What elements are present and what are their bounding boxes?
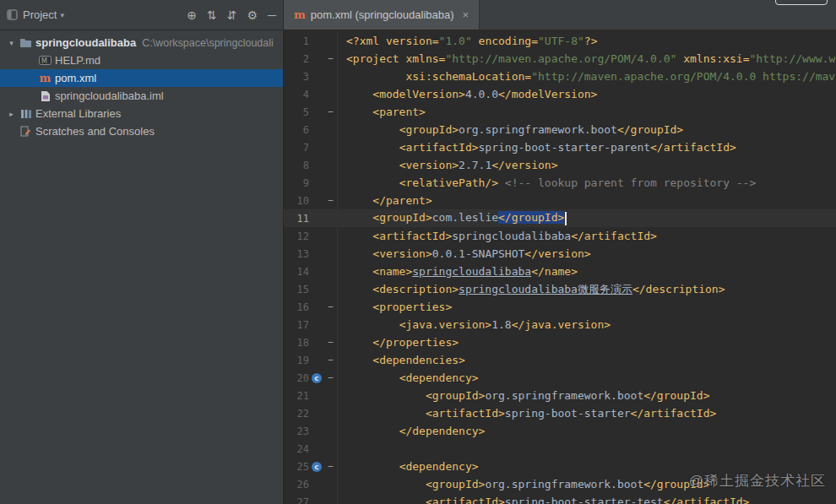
collapse-all-icon[interactable]: ⇅: [207, 8, 217, 22]
tree-chevron-icon[interactable]: ▸: [5, 110, 18, 118]
editor-line-6[interactable]: 6 <groupId>org.springframework.boot</gro…: [284, 121, 836, 138]
editor-line-3[interactable]: 3 xsi:schemaLocation="http://maven.apach…: [284, 68, 836, 85]
code-text: <version>2.7.1</version>: [346, 159, 558, 171]
editor-line-2[interactable]: 2−<project xmlns="http://maven.apache.or…: [284, 50, 836, 68]
editor[interactable]: 1<?xml version="1.0" encoding="UTF-8"?>2…: [284, 30, 836, 504]
settings-gear-icon[interactable]: ⚙: [247, 8, 258, 22]
editor-line-8[interactable]: 8 <version>2.7.1</version>: [284, 156, 836, 174]
editor-line-13[interactable]: 13 <version>0.0.1-SNAPSHOT</version>: [284, 245, 836, 263]
editor-line-15[interactable]: 15 <description>springcloudalibaba微服务演示<…: [284, 280, 836, 298]
line-number: 2: [284, 53, 309, 65]
code-segment: [676, 52, 683, 65]
code-segment: [346, 106, 372, 118]
tree-item-label: Scratches and Consoles: [35, 125, 155, 138]
editor-line-12[interactable]: 12 <artifactId>springcloudalibaba</artif…: [284, 227, 836, 245]
code-segment: [346, 354, 372, 366]
editor-line-23[interactable]: 23 </dependency>: [284, 422, 836, 440]
locate-file-icon[interactable]: ⊕: [187, 8, 197, 22]
code-segment: [346, 159, 399, 171]
tool-window-icon[interactable]: [7, 9, 18, 20]
editor-line-20[interactable]: 20c− <dependency>: [284, 369, 836, 387]
tree-item-label: springcloudalibaba: [35, 36, 136, 49]
maven-dependency-icon[interactable]: c: [312, 373, 322, 383]
tree-item-pom-xml[interactable]: mpom.xml: [0, 69, 283, 87]
maven-dependency-icon[interactable]: c: [312, 462, 322, 472]
editor-line-18[interactable]: 18− </properties>: [284, 333, 836, 351]
project-panel-header: Project ▾ ⊕⇅⇵⚙─: [0, 0, 284, 30]
code-segment: [346, 425, 399, 437]
panel-toolbar: ⊕⇅⇵⚙─: [187, 8, 276, 22]
line-number: 10: [284, 195, 309, 207]
editor-line-7[interactable]: 7 <artifactId>spring-boot-starter-parent…: [284, 138, 836, 156]
code-text: <dependency>: [346, 460, 479, 473]
fold-marker-spacer: [324, 121, 338, 138]
editor-line-16[interactable]: 16− <properties>: [284, 298, 836, 316]
code-text: <groupId>org.springframework.boot</group…: [346, 123, 683, 136]
code-segment: "http://www.w: [749, 52, 835, 65]
fold-marker-icon[interactable]: −: [324, 458, 338, 475]
code-segment: <groupId>: [399, 123, 459, 136]
code-segment: ?>: [584, 35, 598, 47]
code-segment: [346, 407, 426, 420]
line-number: 25: [284, 461, 309, 473]
tree-item-springcloudalibaba-iml[interactable]: springcloudalibaba.iml: [0, 87, 283, 105]
editor-line-4[interactable]: 4 <modelVersion>4.0.0</modelVersion>: [284, 85, 836, 103]
code-segment: </artifactId>: [664, 496, 750, 504]
code-segment: <modelVersion>: [372, 88, 465, 100]
code-segment: "UTF-8": [538, 35, 584, 47]
fold-marker-spacer: [324, 85, 338, 103]
code-text: <java.version>1.8</java.version>: [346, 318, 611, 331]
project-dropdown-label: Project: [23, 8, 57, 21]
editor-line-5[interactable]: 5− <parent>: [284, 103, 836, 121]
tab-pom-xml[interactable]: m pom.xml (springcloudalibaba) ×: [284, 0, 480, 30]
code-segment: 4.0.0: [465, 88, 498, 100]
code-segment: spring-boot-starter-parent: [479, 141, 651, 154]
fold-marker-icon[interactable]: −: [324, 192, 338, 209]
fold-marker-icon[interactable]: −: [324, 333, 338, 351]
close-icon[interactable]: ×: [463, 8, 470, 21]
editor-line-11[interactable]: 11 <groupId>com.leslie</groupId>: [284, 209, 836, 227]
code-segment: <groupId>: [372, 211, 432, 224]
tree-item-label: springcloudalibaba.iml: [55, 89, 164, 102]
editor-line-17[interactable]: 17 <java.version>1.8</java.version>: [284, 316, 836, 333]
code-text: <groupId>org.springframework.boot</group…: [346, 478, 710, 490]
code-segment: </artifactId>: [631, 407, 717, 420]
window-controls[interactable]: [775, 0, 828, 5]
fold-marker-icon[interactable]: −: [324, 351, 338, 369]
fold-marker-icon[interactable]: −: [324, 103, 338, 121]
code-segment: [346, 211, 372, 224]
expand-all-icon[interactable]: ⇵: [227, 8, 237, 22]
code-text: <parent>: [346, 106, 426, 118]
code-segment: [346, 123, 399, 136]
tree-item-help-md[interactable]: MHELP.md: [0, 51, 283, 69]
tree-item-external-libraries[interactable]: ▸External Libraries: [0, 105, 283, 122]
project-dropdown[interactable]: Project ▾: [23, 8, 64, 21]
code-segment: [472, 35, 479, 47]
editor-line-21[interactable]: 21 <groupId>org.springframework.boot</gr…: [284, 387, 836, 404]
editor-line-24[interactable]: 24: [284, 440, 836, 458]
fold-marker-icon[interactable]: −: [324, 369, 338, 387]
fold-marker-spacer: [324, 316, 338, 333]
tree-item-scratches-and-consoles[interactable]: Scratches and Consoles: [0, 122, 283, 140]
code-segment: </name>: [531, 265, 578, 278]
editor-line-19[interactable]: 19− <dependencies>: [284, 351, 836, 369]
line-number: 22: [284, 408, 309, 420]
editor-line-1[interactable]: 1<?xml version="1.0" encoding="UTF-8"?>: [284, 32, 836, 50]
code-segment: </groupId>: [617, 123, 683, 136]
fold-marker-spacer: [324, 68, 338, 85]
code-segment: <version>: [399, 159, 459, 171]
editor-line-14[interactable]: 14 <name>springcloudalibaba</name>: [284, 263, 836, 280]
fold-marker-icon[interactable]: −: [324, 50, 338, 68]
tree-chevron-icon[interactable]: ▾: [5, 39, 18, 47]
code-segment: [346, 247, 372, 260]
libraries-icon: [18, 109, 34, 119]
tree-item-root-springcloudalibaba[interactable]: ▾springcloudalibabaC:\workspace\springcl…: [0, 34, 283, 51]
editor-line-27[interactable]: 27 <artifactId>spring-boot-starter-test<…: [284, 493, 836, 504]
hide-panel-icon[interactable]: ─: [268, 8, 276, 22]
editor-line-22[interactable]: 22 <artifactId>spring-boot-starter</arti…: [284, 404, 836, 422]
code-segment: <groupId>: [426, 389, 485, 402]
fold-marker-icon[interactable]: −: [324, 298, 338, 316]
editor-line-10[interactable]: 10− </parent>: [284, 192, 836, 209]
code-segment: [346, 478, 426, 490]
editor-line-9[interactable]: 9 <relativePath/> <!-- lookup parent fro…: [284, 174, 836, 192]
